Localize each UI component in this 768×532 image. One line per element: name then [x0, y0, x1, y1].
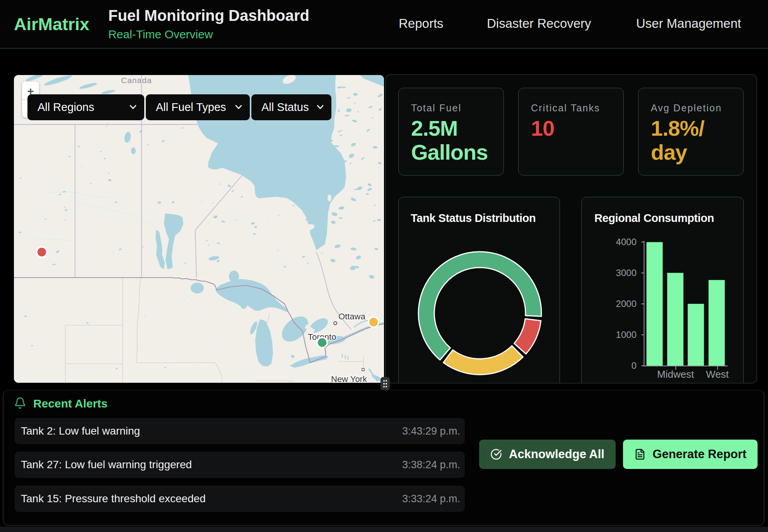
svg-text:Canada: Canada: [121, 76, 152, 85]
svg-text:Ottawa: Ottawa: [338, 312, 365, 321]
svg-text:4000: 4000: [616, 237, 637, 247]
svg-text:Midwest: Midwest: [657, 368, 694, 380]
svg-text:New York: New York: [331, 374, 367, 383]
svg-text:0: 0: [631, 360, 637, 371]
svg-text:1000: 1000: [616, 329, 637, 340]
svg-text:2000: 2000: [616, 298, 637, 309]
svg-text:3000: 3000: [616, 268, 637, 278]
svg-text:West: West: [706, 368, 729, 380]
